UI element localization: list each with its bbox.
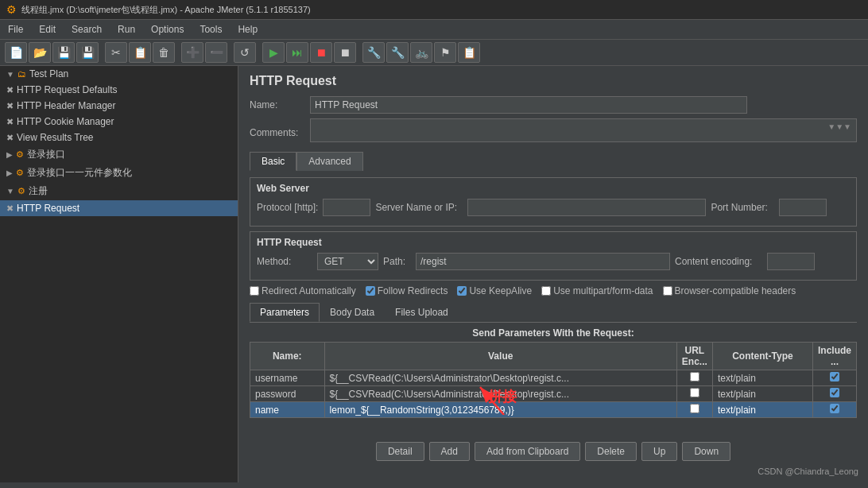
menu-tools[interactable]: Tools <box>192 21 230 37</box>
row2-include[interactable] <box>812 386 856 402</box>
tb-stop[interactable]: ⏹ <box>310 42 332 63</box>
port-input[interactable] <box>779 199 827 216</box>
sidebar-item-register[interactable]: ▼ ⚙ 注册 <box>0 182 238 200</box>
sub-tab-parameters[interactable]: Parameters <box>250 303 320 322</box>
tb-open[interactable]: 📂 <box>29 42 51 63</box>
tb-start-no-pause[interactable]: ⏭ <box>286 42 308 63</box>
sub-tab-body-data[interactable]: Body Data <box>320 303 385 322</box>
up-button[interactable]: Up <box>641 442 677 461</box>
tab-basic[interactable]: Basic <box>250 152 296 171</box>
port-label: Port Number: <box>711 202 774 213</box>
menu-run[interactable]: Run <box>110 21 143 37</box>
add-clipboard-button[interactable]: Add from Clipboard <box>475 442 580 461</box>
encoding-label: Content encoding: <box>675 256 762 267</box>
protocol-input[interactable] <box>323 199 370 216</box>
tb-add[interactable]: ➕ <box>181 42 203 63</box>
http-request-header: HTTP Request <box>257 237 850 248</box>
sidebar-item-results-tree[interactable]: ✖ View Results Tree <box>0 130 238 145</box>
col-contenttype: Content-Type <box>712 343 812 370</box>
http-header-label: HTTP Header Manager <box>17 100 116 111</box>
sub-tabs: Parameters Body Data Files Upload <box>250 303 857 323</box>
name-row: Name: <box>250 96 857 114</box>
table-row[interactable]: username ${__CSVRead(C:\Users\Administra… <box>250 370 857 386</box>
checkbox-row: Redirect Automatically Follow Redirects … <box>250 285 857 296</box>
tb-undo[interactable]: ↺ <box>234 42 256 63</box>
testplan-label: Test Plan <box>29 68 68 79</box>
menu-search[interactable]: Search <box>64 21 110 37</box>
keepalive-checkbox[interactable]: Use KeepAlive <box>457 285 532 296</box>
follow-redirects-checkbox[interactable]: Follow Redirects <box>366 285 448 296</box>
method-select[interactable]: GET POST PUT DELETE <box>317 253 378 270</box>
row3-urlenc-cb[interactable] <box>690 404 699 413</box>
tb-remote[interactable]: ⚑ <box>434 42 456 63</box>
table-row[interactable]: password ${__CSVRead(C:\Users\Administra… <box>250 386 857 402</box>
sidebar-item-http-defaults[interactable]: ✖ HTTP Request Defaults <box>0 82 238 98</box>
keepalive-input[interactable] <box>457 286 467 296</box>
menu-options[interactable]: Options <box>143 21 192 37</box>
http-request-label: HTTP Request <box>17 203 79 214</box>
menu-file[interactable]: File <box>0 21 31 37</box>
web-server-row: Protocol [http]: Server Name or IP: Port… <box>257 199 850 216</box>
browser-headers-checkbox[interactable]: Browser-compatible headers <box>663 285 796 296</box>
row1-include[interactable] <box>812 370 856 386</box>
row2-urlenc-cb[interactable] <box>690 388 699 397</box>
tb-start[interactable]: ▶ <box>262 42 285 63</box>
tb-new[interactable]: 📄 <box>5 42 27 63</box>
row3-include-cb[interactable] <box>830 404 839 413</box>
menu-help[interactable]: Help <box>230 21 265 37</box>
testplan-icon: 🗂 <box>17 69 26 79</box>
tb-shutdown[interactable]: ⏹ <box>334 42 356 63</box>
sidebar-item-http-request[interactable]: ✖ HTTP Request <box>0 200 238 216</box>
tb-browse[interactable]: 🚲 <box>410 42 432 63</box>
name-input[interactable] <box>310 96 747 114</box>
follow-redirects-label: Follow Redirects <box>378 285 448 296</box>
title-icon: ⚙ <box>6 3 17 16</box>
sidebar-item-testplan[interactable]: ▼ 🗂 Test Plan <box>0 66 238 82</box>
row1-include-cb[interactable] <box>830 372 839 381</box>
menu-edit[interactable]: Edit <box>31 21 64 37</box>
multipart-input[interactable] <box>541 286 551 296</box>
sub-tab-files-upload[interactable]: Files Upload <box>385 303 459 322</box>
row1-name: username <box>250 370 325 386</box>
tb-copy[interactable]: 📋 <box>129 42 151 63</box>
keepalive-label: Use KeepAlive <box>469 285 532 296</box>
tab-advanced[interactable]: Advanced <box>296 152 362 171</box>
browser-headers-input[interactable] <box>663 286 672 296</box>
add-button[interactable]: Add <box>429 442 470 461</box>
row2-include-cb[interactable] <box>830 388 839 397</box>
tb-cut[interactable]: ✂ <box>105 42 127 63</box>
row1-urlenc[interactable] <box>676 370 712 386</box>
register-icon: ⚙ <box>17 186 25 196</box>
tb-saveas[interactable]: 💾 <box>76 42 99 63</box>
detail-button[interactable]: Detail <box>376 442 424 461</box>
table-row[interactable]: name lemon_${__RandomString(3,0123456789… <box>250 402 857 418</box>
row1-urlenc-cb[interactable] <box>690 372 699 381</box>
tb-remove[interactable]: ➖ <box>205 42 227 63</box>
tb-delete[interactable]: 🗑 <box>153 42 175 63</box>
follow-redirects-input[interactable] <box>366 286 375 296</box>
sidebar-item-http-cookie[interactable]: ✖ HTTP Cookie Manager <box>0 114 238 130</box>
redirect-auto-checkbox[interactable]: Redirect Automatically <box>250 285 356 296</box>
tb-template[interactable]: 📋 <box>458 42 480 63</box>
row3-include[interactable] <box>812 402 856 418</box>
delete-button[interactable]: Delete <box>585 442 637 461</box>
comments-row: Comments: ▼▼▼ <box>250 118 857 147</box>
tb-save[interactable]: 💾 <box>52 42 75 63</box>
down-button[interactable]: Down <box>682 442 730 461</box>
row2-urlenc[interactable] <box>676 386 712 402</box>
http-cookie-icon: ✖ <box>6 117 14 127</box>
title-text: 线程组.jmx (D:\soft\jmeter包\线程组.jmx) - Apac… <box>21 4 311 16</box>
sidebar-item-http-header[interactable]: ✖ HTTP Header Manager <box>0 98 238 114</box>
tb-clear-all[interactable]: 🔧 <box>386 42 409 63</box>
comments-area[interactable]: ▼▼▼ <box>310 118 857 142</box>
sidebar-item-login[interactable]: ▶ ⚙ 登录接口 <box>0 145 238 164</box>
multipart-checkbox[interactable]: Use multipart/form-data <box>541 285 653 296</box>
name-label: Name: <box>250 99 305 110</box>
redirect-auto-input[interactable] <box>250 286 259 296</box>
row3-urlenc[interactable] <box>676 402 712 418</box>
tb-clear[interactable]: 🔧 <box>362 42 385 63</box>
path-input[interactable] <box>416 253 670 270</box>
server-input[interactable] <box>467 199 706 216</box>
encoding-input[interactable] <box>767 253 815 270</box>
sidebar-item-login-params[interactable]: ▶ ⚙ 登录接口一一元件参数化 <box>0 164 238 182</box>
